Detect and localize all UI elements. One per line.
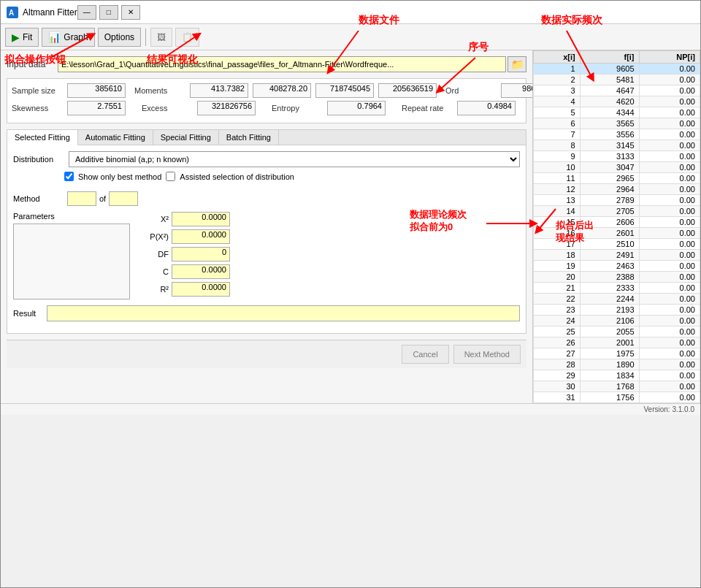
col-header-npi: NP[i] (639, 51, 700, 64)
table-row[interactable]: 254810.00 (534, 75, 700, 85)
parameters-label: Parameters (13, 212, 64, 221)
c-row: C 0.0000 (136, 264, 253, 279)
table-row[interactable]: 1725100.00 (534, 239, 700, 250)
maximize-button[interactable]: □ (99, 5, 118, 20)
tab-special-fitting[interactable]: Special Fitting (153, 130, 219, 145)
input-path[interactable] (58, 56, 506, 72)
table-row[interactable]: 735560.00 (534, 129, 700, 140)
table-row[interactable]: 635650.00 (534, 118, 700, 129)
version-text: Version: 3.1.0.0 (644, 405, 695, 413)
graph-icon: 📊 (48, 31, 61, 43)
stats-row-2: Skewness 2.7551 Excess 321826756 Entropy… (12, 101, 521, 115)
parameters-input-area[interactable] (13, 224, 130, 299)
table-row[interactable]: 2520550.00 (534, 327, 700, 337)
svg-text:A: A (9, 9, 14, 17)
table-row[interactable]: 2620010.00 (534, 337, 700, 348)
browse-button[interactable]: 📁 (507, 56, 526, 72)
distribution-row: Distribution Additive binomial (a,p; n k… (13, 151, 520, 167)
toolbar-icon2: 📋 (182, 32, 193, 42)
px2-label: P(X²) (136, 232, 169, 241)
result-label: Result (13, 309, 42, 318)
stats-row-1: Sample size 385610 Moments 413.7382 4082… (12, 83, 521, 98)
method-of-label: of (99, 194, 106, 203)
title-bar-text: Altmann Fitter (23, 7, 77, 18)
table-row[interactable]: 2719750.00 (534, 348, 700, 359)
repeat-rate-value: 0.4984 (457, 101, 516, 115)
result-value (47, 305, 520, 321)
table-row[interactable]: 2321930.00 (534, 305, 700, 316)
next-method-button[interactable]: Next Method (453, 345, 521, 364)
fit-button[interactable]: ▶ Fit (5, 28, 39, 47)
table-row[interactable]: 1824910.00 (534, 250, 700, 261)
table-row[interactable]: 1924630.00 (534, 261, 700, 272)
tab-batch-fitting[interactable]: Batch Fitting (219, 130, 279, 145)
table-row[interactable]: 831450.00 (534, 140, 700, 151)
show-best-checkbox[interactable] (64, 172, 74, 181)
table-row[interactable]: 931330.00 (534, 151, 700, 162)
fit-label: Fit (23, 32, 32, 42)
method-row: Method 0 of 0 (13, 191, 520, 206)
panels-row: Input data 📁 Sample size 385610 Moments … (1, 50, 700, 403)
entropy-value: 0.7964 (327, 101, 386, 115)
excess-label: Excess (142, 104, 193, 112)
table-row[interactable]: 2918340.00 (534, 370, 700, 381)
ord-label: Ord (445, 86, 497, 95)
right-panel: x[i] f[i] NP[i] 196050.00254810.00346470… (532, 50, 700, 403)
moments-val4: 205636519 (378, 83, 437, 98)
distribution-label: Distribution (13, 155, 64, 164)
tab-selected-fitting[interactable]: Selected Fitting (7, 130, 78, 145)
x2-label: X² (136, 215, 169, 224)
moments-val1: 413.7382 (190, 83, 248, 98)
x2-row: X² 0.0000 (136, 212, 253, 226)
options-button[interactable]: Options (98, 28, 141, 47)
table-row[interactable]: 543440.00 (534, 107, 700, 118)
method-current[interactable]: 0 (67, 191, 96, 206)
input-data-row: Input data 📁 (7, 56, 526, 72)
table-row[interactable]: 2222440.00 (534, 294, 700, 305)
toolbar: ▶ Fit 📊 Graph Options 🖼 📋 (1, 24, 700, 50)
cancel-button[interactable]: Cancel (402, 345, 448, 364)
table-row[interactable]: 1626010.00 (534, 228, 700, 239)
close-button[interactable]: ✕ (121, 5, 140, 20)
table-row[interactable]: 2421060.00 (534, 316, 700, 327)
df-value: 0 (172, 247, 230, 261)
table-row[interactable]: 346470.00 (534, 85, 700, 96)
x2-value: 0.0000 (172, 212, 230, 226)
entropy-label: Entropy (272, 104, 323, 112)
table-row[interactable]: 1327890.00 (534, 195, 700, 206)
repeat-rate-label: Repeat rate (402, 104, 453, 112)
graph-button[interactable]: 📊 Graph (42, 28, 94, 47)
assisted-checkbox[interactable] (166, 172, 175, 181)
toolbar-separator (145, 28, 146, 46)
method-label: Method (13, 194, 64, 203)
table-row[interactable]: 3017680.00 (534, 381, 700, 392)
table-row[interactable]: 446200.00 (534, 96, 700, 107)
show-best-row: Show only best method Assisted selection… (64, 172, 520, 181)
method-total[interactable]: 0 (109, 191, 138, 206)
df-row: DF 0 (136, 247, 253, 261)
toolbar-icon1: 🖼 (157, 32, 166, 42)
table-row[interactable]: 1526060.00 (534, 217, 700, 228)
skewness-value: 2.7551 (67, 101, 126, 115)
excess-value: 321826756 (197, 101, 256, 115)
play-icon: ▶ (12, 31, 20, 43)
table-row[interactable]: 196050.00 (534, 64, 700, 75)
data-table: x[i] f[i] NP[i] 196050.00254810.00346470… (533, 50, 700, 403)
table-row[interactable]: 1030470.00 (534, 162, 700, 173)
toolbar-extra-btn1: 🖼 (150, 28, 172, 47)
table-row[interactable]: 2818900.00 (534, 359, 700, 370)
moments-val3: 718745045 (315, 83, 374, 98)
sample-size-value: 385610 (67, 83, 126, 98)
table-row[interactable]: 1129650.00 (534, 173, 700, 184)
tab-automatic-fitting[interactable]: Automatic Fitting (78, 130, 153, 145)
table-row[interactable]: 2023880.00 (534, 272, 700, 283)
distribution-dropdown[interactable]: Additive binomial (a,p; n known) (69, 151, 520, 167)
table-row[interactable]: 1427050.00 (534, 206, 700, 217)
assisted-label: Assisted selection of distribution (180, 172, 294, 181)
table-row[interactable]: 2123330.00 (534, 283, 700, 294)
minimize-button[interactable]: — (77, 5, 96, 20)
parameters-right: X² 0.0000 P(X²) 0.0000 DF 0 (136, 212, 253, 299)
folder-icon: 📁 (511, 58, 524, 70)
table-row[interactable]: 1229640.00 (534, 184, 700, 195)
table-row[interactable]: 3117560.00 (534, 392, 700, 403)
